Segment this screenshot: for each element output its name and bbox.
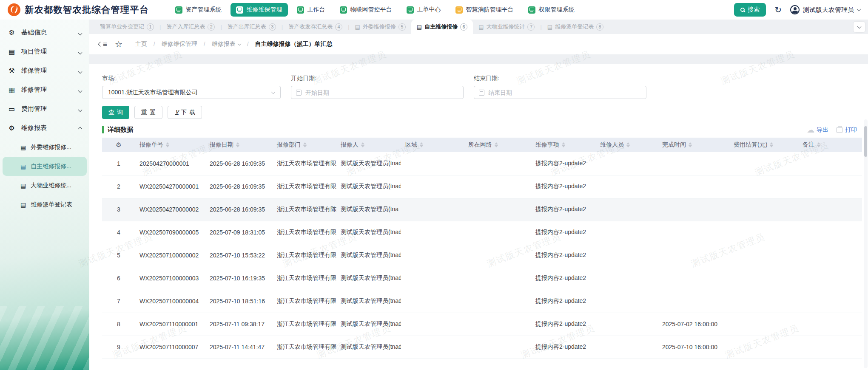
tab-index-badge: 4	[335, 23, 342, 31]
table-cell-order-no: WX202507100000002	[135, 244, 205, 267]
sidebar-item[interactable]: ▭费用管理	[0, 99, 89, 119]
table-cell-cost	[729, 221, 798, 244]
sidebar-item[interactable]: ▤项目管理	[0, 42, 89, 61]
tab-index-badge: 8	[596, 23, 603, 31]
nav-item[interactable]: 工单中心	[401, 3, 447, 17]
nav-item[interactable]: 维修维保管理	[231, 3, 288, 17]
asset-system-icon	[175, 6, 182, 14]
nav-item[interactable]: 物联网管控平台	[334, 3, 398, 17]
reset-button[interactable]: 重置	[134, 106, 162, 119]
end-date-input[interactable]	[488, 89, 641, 96]
table-header-cell[interactable]: 完成时间	[658, 138, 729, 152]
tab-item[interactable]: 资产出库汇总表3	[222, 20, 282, 34]
table-row[interactable]: 9WX2025071100000072025-07-11 14:41:47浙江天…	[102, 336, 862, 359]
table-row[interactable]: 12025042700000012025-06-28 16:09:35浙江天农市…	[102, 152, 862, 175]
table-row[interactable]: 5WX2025071000000022025-07-10 15:53:22浙江天…	[102, 244, 862, 267]
row-number-cell: 9	[102, 336, 135, 359]
favorite-star-icon[interactable]	[115, 40, 122, 48]
work-order-icon	[407, 6, 414, 14]
tab-item[interactable]: ▤大物业维修统计7	[473, 20, 540, 34]
tab-item[interactable]: ▤自主维修报修6	[411, 20, 473, 34]
sidebar-subitem[interactable]: ▤维修派单登记表	[3, 195, 87, 214]
table-header-cell[interactable]: 维修事项	[531, 138, 596, 152]
column-label: 报修部门	[277, 141, 301, 149]
sort-icons	[166, 142, 169, 147]
sidebar-subitem[interactable]: ▤大物业维修统...	[3, 176, 87, 195]
sort-icons	[420, 142, 423, 147]
chevron-down-icon	[79, 67, 82, 74]
table-header-cell[interactable]: 区域	[401, 138, 464, 152]
table-cell-remark	[798, 244, 862, 267]
table-row[interactable]: 7WX2025071000000042025-07-10 18:51:16浙江天…	[102, 290, 862, 313]
tab-item[interactable]: 资产入库汇总表2	[161, 20, 220, 34]
header-right: 搜索 测试版天农管理员	[734, 3, 860, 17]
collapse-sidebar-icon[interactable]	[99, 41, 107, 48]
nav-item[interactable]: 权限管理系统	[523, 3, 580, 17]
sort-icons	[361, 142, 364, 147]
table-header-cell[interactable]: 备注	[798, 138, 862, 152]
sidebar-item-label: 项目管理	[21, 48, 73, 56]
end-date-box	[474, 86, 646, 99]
table-row[interactable]: 3WX2025042700000022025-06-28 16:09:35浙江天…	[102, 198, 862, 221]
sidebar-subitem[interactable]: ▤自主维修报修...	[3, 157, 87, 176]
table-cell-order-no: WX202507100000003	[135, 267, 205, 290]
sidebar-subitem[interactable]: ▤外委维修报修...	[3, 138, 87, 157]
tab-item[interactable]: ▤维修派单登记表8	[542, 20, 609, 34]
tab-index-badge: 5	[398, 23, 406, 31]
table-header-cell[interactable]: 报修人	[336, 138, 401, 152]
refresh-icon[interactable]	[774, 6, 782, 14]
table-cell-order-no: WX202507100000004	[135, 290, 205, 313]
table-row[interactable]: 2WX2025042700000012025-06-28 16:09:35浙江天…	[102, 175, 862, 198]
sidebar-item[interactable]: ▦维修管理	[0, 80, 89, 99]
table-cell-cost	[729, 152, 798, 175]
tab-label: 资产出库汇总表	[228, 23, 266, 31]
sidebar-item[interactable]: ⚙基础信息	[0, 23, 89, 42]
export-link[interactable]: 导出	[807, 126, 828, 134]
table-row[interactable]: 8WX2025071100000012025-07-11 09:38:17浙江天…	[102, 313, 862, 336]
gear-icon[interactable]	[116, 141, 121, 148]
user-menu[interactable]: 测试版天农管理员	[790, 5, 860, 14]
sidebar-item[interactable]: ⚙维修报表	[0, 119, 89, 138]
table-cell-cost	[729, 267, 798, 290]
tab-item[interactable]: 预算单业务变更记1	[94, 20, 159, 34]
tab-item[interactable]: ▤外委维修报修5	[350, 20, 411, 34]
tab-item[interactable]: 资产收发存汇总表4	[283, 20, 348, 34]
table-header-cell[interactable]: 报修部门	[273, 138, 336, 152]
money-icon: ▭	[8, 105, 16, 113]
tab-list-dropdown-button[interactable]	[854, 22, 865, 32]
top-header: 新农都数智农批综合管理平台 资产管理系统维修维保管理工作台物联网管控平台工单中心…	[0, 0, 868, 20]
spacer	[89, 54, 868, 64]
table-row[interactable]: 4WX2025070900000052025-07-09 18:31:05浙江天…	[102, 221, 862, 244]
table-cell-area	[401, 198, 464, 221]
sidebar-item[interactable]: ⚒维保管理	[0, 61, 89, 80]
breadcrumb-item[interactable]: 维修维保管理	[162, 40, 197, 48]
table-header-cell[interactable]: 维修人员	[596, 138, 658, 152]
search-button[interactable]: 搜索	[734, 3, 766, 17]
market-select[interactable]: 10001.浙江天农市场管理有限公司	[102, 86, 281, 99]
start-date-input[interactable]	[305, 89, 458, 96]
table-header-cell[interactable]: 所在网络	[464, 138, 531, 152]
scrollbar-thumb[interactable]	[864, 126, 867, 157]
search-button-label: 搜索	[748, 6, 760, 14]
breadcrumb-item[interactable]: 主页	[135, 40, 147, 48]
table-header-cell[interactable]: 费用结算(元)	[729, 138, 798, 152]
column-label: 所在网络	[468, 141, 492, 149]
table-header-cell[interactable]: 报修日期	[205, 138, 273, 152]
sidebar-menu: ⚙基础信息▤项目管理⚒维保管理▦维修管理▭费用管理⚙维修报表▤外委维修报修...…	[0, 23, 89, 214]
download-button[interactable]: 下载	[168, 106, 202, 119]
table-row[interactable]: 6WX2025071000000032025-07-10 16:19:35浙江天…	[102, 267, 862, 290]
nav-item[interactable]: 资产管理系统	[170, 3, 227, 17]
column-label: 报修人	[341, 141, 359, 149]
table-header-cell[interactable]: 报修单号	[135, 138, 205, 152]
table-cell-reporter: 测试版天农管理员(tnad	[336, 336, 401, 359]
query-button[interactable]: 查询	[102, 106, 129, 119]
nav-item[interactable]: 智慧消防管理平台	[450, 3, 519, 17]
table-header-row: 报修单号报修日期报修部门报修人区域所在网络维修事项维修人员完成时间费用结算(元)…	[102, 138, 862, 152]
table-cell-cost	[729, 175, 798, 198]
market-label: 市场:	[102, 75, 281, 82]
nav-item[interactable]: 工作台	[291, 3, 331, 17]
sidebar: ⚙基础信息▤项目管理⚒维保管理▦维修管理▭费用管理⚙维修报表▤外委维修报修...…	[0, 20, 89, 370]
print-link[interactable]: 打印	[836, 126, 857, 134]
table-body: 12025042700000012025-06-28 16:09:35浙江天农市…	[102, 152, 862, 359]
breadcrumb-item[interactable]: 维修报表	[212, 40, 241, 48]
